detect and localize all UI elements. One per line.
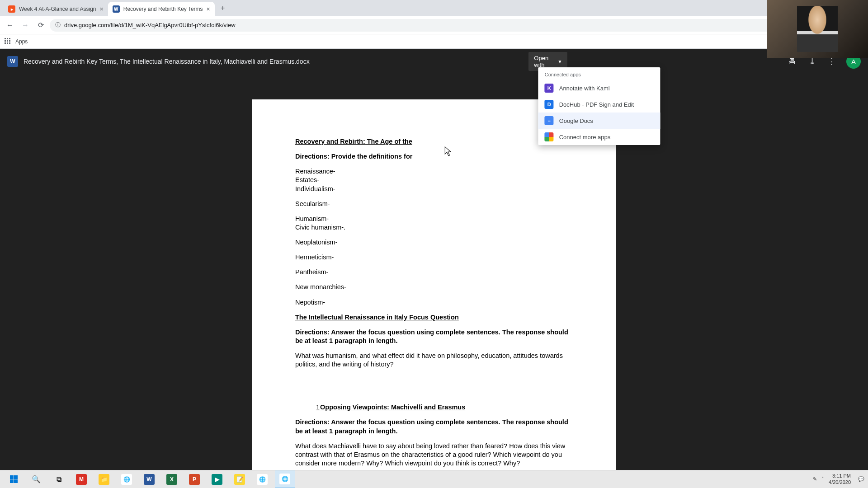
term-line xyxy=(295,262,573,268)
directions2: Directions: Answer the focus question us… xyxy=(295,328,573,345)
dropdown-item-kami[interactable]: K Annotate with Kami xyxy=(538,80,660,96)
term-line: New monarchies- xyxy=(295,283,573,291)
term-line: Hermeticism- xyxy=(295,253,573,262)
forward-button[interactable]: → xyxy=(19,19,32,32)
question3: What does Machiavelli have to say about … xyxy=(295,442,573,468)
term-line xyxy=(295,232,573,238)
term-line: Secularism- xyxy=(295,200,573,208)
close-icon[interactable]: × xyxy=(100,5,104,13)
term-line: Humanism- xyxy=(295,215,573,223)
document-viewer: Recovery and Rebirth: The Age of the Dir… xyxy=(0,74,868,488)
dropdown-header: Connected apps xyxy=(538,70,660,80)
question2: What was humanism, and what effect did i… xyxy=(295,352,573,369)
address-bar[interactable]: ⓘ drive.google.com/file/d/1M_wiK-VqAElgA… xyxy=(50,19,864,32)
browser-toolbar: ← → ⟳ ⓘ drive.google.com/file/d/1M_wiK-V… xyxy=(0,16,868,34)
directions1: Directions: Provide the definitions for xyxy=(295,152,573,161)
term-line: Individualism- xyxy=(295,185,573,193)
term-line: Estates- xyxy=(295,176,573,184)
apps-label[interactable]: Apps xyxy=(15,38,28,45)
more-actions-icon[interactable]: ⋮ xyxy=(826,56,837,66)
dropdown-item-connect-more[interactable]: Connect more apps xyxy=(538,129,660,145)
slides-favicon: ▸ xyxy=(8,5,15,13)
bookmarks-bar: Apps xyxy=(0,34,868,49)
start-button[interactable] xyxy=(4,470,24,488)
taskbar-word[interactable]: W xyxy=(139,470,159,488)
tab-strip: ▸ Week 4 At-A-Glance and Assign × W Reco… xyxy=(0,0,868,16)
section2-title: The Intellectual Renaissance in Italy Fo… xyxy=(295,313,573,322)
kami-icon: K xyxy=(545,84,554,93)
search-button[interactable]: 🔍 xyxy=(26,470,46,488)
tab-title: Week 4 At-A-Glance and Assign xyxy=(19,6,96,12)
dropdown-item-google-docs[interactable]: ≡ Google Docs xyxy=(538,113,660,129)
document-scroll[interactable]: Recovery and Rebirth: The Age of the Dir… xyxy=(0,99,868,488)
taskbar-notes[interactable]: 📝 xyxy=(230,470,250,488)
term-line: Civic humanism-. xyxy=(295,223,573,232)
taskbar-excel[interactable]: X xyxy=(162,470,182,488)
tray-chevron-icon[interactable]: ˄ xyxy=(821,476,824,482)
section3-num: 1 xyxy=(316,404,320,411)
taskbar-explorer[interactable]: 📁 xyxy=(94,470,114,488)
browser-chrome: ▸ Week 4 At-A-Glance and Assign × W Reco… xyxy=(0,0,868,49)
tab-recovery[interactable]: W Recovery and Rebirth Key Terms × xyxy=(108,2,215,16)
open-with-dropdown: Connected apps K Annotate with Kami D Do… xyxy=(538,67,660,145)
google-docs-icon: ≡ xyxy=(545,116,554,125)
document-title: Recovery and Rebirth Key Terms, The Inte… xyxy=(24,58,310,65)
term-line xyxy=(295,247,573,253)
task-view-button[interactable]: ⧉ xyxy=(49,470,69,488)
section3-title-text: Opposing Viewpoints: Machivelli and Eras… xyxy=(320,404,465,411)
reload-button[interactable]: ⟳ xyxy=(34,19,47,32)
clock-date: 4/20/2020 xyxy=(829,479,851,485)
dropdown-item-dochub[interactable]: D DocHub - PDF Sign and Edit xyxy=(538,96,660,113)
dropdown-label: DocHub - PDF Sign and Edit xyxy=(559,101,634,108)
taskbar-chrome-active[interactable]: 🌐 xyxy=(275,470,295,488)
viewer-header: W Recovery and Rebirth Key Terms, The In… xyxy=(0,49,868,74)
term-line: Nepotism- xyxy=(295,298,573,307)
document-page: Recovery and Rebirth: The Age of the Dir… xyxy=(252,99,616,488)
tab-week4[interactable]: ▸ Week 4 At-A-Glance and Assign × xyxy=(4,2,108,16)
taskbar-meet[interactable]: ▶ xyxy=(207,470,227,488)
dropdown-label: Annotate with Kami xyxy=(559,85,610,92)
tab-title: Recovery and Rebirth Key Terms xyxy=(123,6,203,12)
dochub-icon: D xyxy=(545,100,554,109)
webcam-overlay xyxy=(767,0,868,58)
back-button[interactable]: ← xyxy=(4,19,16,32)
system-clock[interactable]: 3:11 PM 4/20/2020 xyxy=(829,473,854,485)
term-line xyxy=(295,277,573,283)
section3-title: 1Opposing Viewpoints: Machivelli and Era… xyxy=(316,403,573,412)
windows-taskbar: 🔍 ⧉ M 📁 🌐 W X P ▶ 📝 🌐 🌐 ✎ ˄ 3:11 PM 4/20… xyxy=(0,470,868,488)
word-favicon: W xyxy=(113,5,120,13)
new-tab-button[interactable]: + xyxy=(217,2,229,14)
docx-icon: W xyxy=(7,56,18,67)
apps-icon[interactable] xyxy=(5,38,12,45)
term-line xyxy=(295,193,573,200)
notifications-icon[interactable]: 💬 xyxy=(858,476,864,482)
taskbar-chrome2[interactable]: 🌐 xyxy=(252,470,272,488)
term-line xyxy=(295,292,573,298)
clock-time: 3:11 PM xyxy=(829,473,851,479)
directions3: Directions: Answer the focus question us… xyxy=(295,418,573,435)
tray-pen-icon[interactable]: ✎ xyxy=(813,476,817,482)
term-line: Pantheism- xyxy=(295,268,573,277)
taskbar-chrome[interactable]: 🌐 xyxy=(117,470,137,488)
term-line: Renaissance- xyxy=(295,167,573,176)
term-line: Neoplatonism- xyxy=(295,238,573,247)
section1-title: Recovery and Rebirth: The Age of the xyxy=(295,137,573,146)
open-with-label: Open with xyxy=(534,55,555,68)
dropdown-label: Google Docs xyxy=(559,117,593,124)
chevron-down-icon: ▼ xyxy=(557,59,562,64)
taskbar-powerpoint[interactable]: P xyxy=(184,470,204,488)
connect-more-icon xyxy=(545,132,554,141)
site-info-icon[interactable]: ⓘ xyxy=(55,21,61,29)
dropdown-label: Connect more apps xyxy=(559,134,610,141)
term-line xyxy=(295,208,573,215)
close-icon[interactable]: × xyxy=(207,5,210,13)
download-icon[interactable]: ⤓ xyxy=(807,56,817,66)
print-icon[interactable]: 🖶 xyxy=(787,57,797,66)
url-text: drive.google.com/file/d/1M_wiK-VqAElgApv… xyxy=(64,22,236,28)
taskbar-gmail[interactable]: M xyxy=(71,470,91,488)
